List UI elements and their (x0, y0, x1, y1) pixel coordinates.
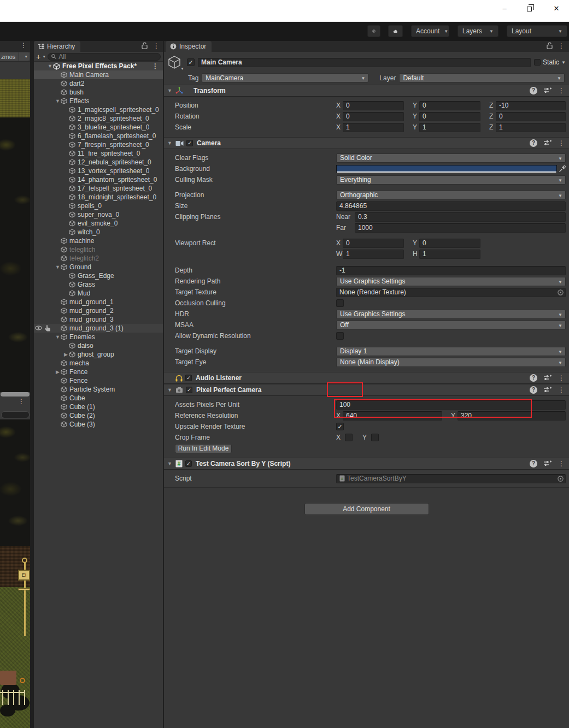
foldout-open-icon[interactable]: ▼ (167, 461, 173, 466)
scale-x-field[interactable]: 1 (343, 123, 404, 132)
tab-hierarchy[interactable]: Hierarchy (34, 41, 80, 52)
hierarchy-item-mud-ground-3[interactable]: mud_ground_3 (34, 315, 163, 324)
hierarchy-item-teleglitch2[interactable]: teleglitch2 (34, 254, 163, 263)
foldout-closed-icon[interactable]: ▶ (55, 369, 61, 375)
kebab-menu-icon[interactable]: ⋮ (20, 42, 27, 49)
eyedropper-icon[interactable] (559, 165, 566, 173)
kebab-menu-icon[interactable]: ⋮ (18, 398, 25, 405)
minimize-button[interactable]: – (496, 1, 513, 15)
hierarchy-item-teleglitch[interactable]: teleglitch (34, 245, 163, 254)
presets-icon[interactable] (544, 375, 552, 381)
occlusion-culling-checkbox[interactable] (336, 299, 344, 307)
panel-field[interactable] (1, 411, 30, 418)
layers-dropdown[interactable]: Layers▼ (457, 25, 498, 37)
dynamic-resolution-checkbox[interactable] (336, 332, 344, 340)
foldout-open-icon[interactable]: ▼ (55, 334, 61, 340)
hierarchy-item-witch-0[interactable]: witch_0 (34, 228, 163, 236)
viewport-y-field[interactable]: 0 (419, 239, 480, 248)
presets-icon[interactable] (544, 387, 552, 393)
crop-frame-x-checkbox[interactable] (345, 434, 353, 441)
search-input[interactable]: All (48, 53, 161, 61)
hierarchy-item-cube-2-[interactable]: Cube (2) (34, 411, 163, 420)
scene-dark-texture[interactable] (0, 419, 30, 546)
culling-mask-dropdown[interactable]: Everything▼ (336, 175, 566, 185)
presets-icon[interactable] (544, 460, 552, 467)
position-y-field[interactable]: 0 (419, 101, 480, 110)
depth-field[interactable]: -1 (336, 266, 566, 275)
help-icon[interactable]: ? (530, 374, 537, 382)
tab-inspector[interactable]: Inspector (166, 41, 212, 52)
hierarchy-item-2-magic8-spritesheet-0[interactable]: 2_magic8_spritesheet_0 (34, 114, 163, 123)
hierarchy-item-mud-ground-2[interactable]: mud_ground_2 (34, 306, 163, 315)
create-button[interactable]: + (36, 53, 40, 61)
hierarchy-item-dart2[interactable]: dart2 (34, 79, 163, 88)
hierarchy-item-bush[interactable]: bush (34, 88, 163, 97)
presets-icon[interactable] (544, 140, 552, 146)
scale-z-field[interactable]: 1 (496, 123, 566, 132)
msaa-dropdown[interactable]: Off▼ (336, 321, 566, 330)
camera-header[interactable]: ▼ ✓ Camera ? ⋮ (164, 137, 569, 149)
kebab-menu-icon[interactable]: ⋮ (153, 43, 160, 49)
tag-dropdown[interactable]: MainCamera▼ (202, 73, 368, 82)
horizontal-scrollbar[interactable] (1, 392, 30, 396)
size-field[interactable]: 4.864865 (336, 202, 566, 211)
foldout-open-icon[interactable]: ▼ (167, 387, 173, 393)
version-control-button[interactable] (367, 25, 380, 37)
foldout-open-icon[interactable]: ▼ (167, 88, 173, 93)
restore-button[interactable] (522, 1, 538, 15)
hierarchy-item-18-midnight-spritesheet-0[interactable]: 18_midnight_spritesheet_0 (34, 193, 163, 202)
rotation-x-field[interactable]: 0 (343, 112, 404, 121)
hdr-dropdown[interactable]: Use Graphics Settings▼ (336, 310, 566, 319)
projection-dropdown[interactable]: Orthographic▼ (336, 191, 566, 200)
hierarchy-item-grass-edge[interactable]: Grass_Edge (34, 271, 163, 280)
viewport-w-field[interactable]: 1 (343, 250, 404, 259)
hierarchy-item-13-vortex-spritesheet-0[interactable]: 13_vortex_spritesheet_0 (34, 167, 163, 175)
near-field[interactable]: 0.3 (355, 212, 566, 222)
layer-dropdown[interactable]: Default▼ (399, 73, 565, 82)
scene-dark-texture[interactable] (0, 117, 30, 392)
background-color-swatch[interactable] (336, 165, 557, 173)
hierarchy-item-cube-3-[interactable]: Cube (3) (34, 420, 163, 429)
foldout-open-icon[interactable]: ▼ (167, 140, 173, 146)
hierarchy-item-6-flamelash-spritesheet-0[interactable]: 6_flamelash_spritesheet_0 (34, 132, 163, 140)
gameobject-icon[interactable]: ▼ (167, 55, 184, 69)
component-enabled-checkbox[interactable]: ✓ (185, 460, 192, 467)
hierarchy-item-3-bluefire-spritesheet-0[interactable]: 3_bluefire_spritesheet_0 (34, 123, 163, 132)
pickability-hand-icon[interactable] (44, 324, 51, 332)
hierarchy-item-ground[interactable]: ▼Ground (34, 263, 163, 271)
static-checkbox[interactable] (534, 59, 541, 66)
rotation-y-field[interactable]: 0 (419, 112, 480, 121)
target-display-dropdown[interactable]: Display 1▼ (336, 347, 566, 356)
hierarchy-item-evil-smoke-0[interactable]: evil_smoke_0 (34, 219, 163, 228)
foldout-closed-icon[interactable]: ▶ (63, 352, 69, 357)
upscale-render-texture-checkbox[interactable]: ✓ (336, 423, 344, 430)
hierarchy-item-particle-system[interactable]: Particle System (34, 385, 163, 394)
foldout-open-icon[interactable]: ▼ (55, 98, 61, 104)
viewport-x-field[interactable]: 0 (343, 239, 404, 248)
kebab-menu-icon[interactable]: ⋮ (558, 87, 565, 94)
hierarchy-item-main-camera[interactable]: Main Camera (34, 70, 163, 79)
help-icon[interactable]: ? (530, 386, 537, 394)
pixel-perfect-camera-header[interactable]: ▼ ✓ Pixel Perfect Camera ? ⋮ (164, 384, 569, 396)
hierarchy-item-cube[interactable]: Cube (34, 394, 163, 403)
static-dropdown[interactable]: Static ▼ (534, 58, 566, 66)
transform-header[interactable]: ▼ Transform ? ⋮ (164, 85, 569, 97)
hierarchy-item-enemies[interactable]: ▼Enemies (34, 333, 163, 341)
hierarchy-item-mecha[interactable]: mecha (34, 359, 163, 368)
crop-frame-y-checkbox[interactable] (371, 434, 379, 441)
component-enabled-checkbox[interactable]: ✓ (185, 375, 192, 381)
hierarchy-item-grass[interactable]: Grass (34, 280, 163, 289)
hierarchy-item-1-magicspell-spritesheet-0[interactable]: 1_magicspell_spritesheet_0 (34, 105, 163, 114)
hierarchy-item-14-phantom-spritesheet-0[interactable]: 14_phantom_spritesheet_0 (34, 175, 163, 184)
active-checkbox[interactable]: ✓ (187, 58, 195, 66)
hierarchy-item-super-nova-0[interactable]: super_nova_0 (34, 210, 163, 219)
script-component-header[interactable]: ▼ # ✓ Test Camera Sort By Y (Script) ? ⋮ (164, 458, 569, 470)
presets-icon[interactable] (544, 87, 552, 94)
hierarchy-item-mud[interactable]: Mud (34, 289, 163, 298)
target-eye-dropdown[interactable]: None (Main Display)▼ (336, 358, 566, 367)
visibility-eye-icon[interactable] (35, 324, 42, 332)
kebab-menu-icon[interactable]: ⋮ (558, 140, 565, 146)
account-dropdown[interactable]: Account▼ (411, 25, 449, 37)
hierarchy-item-fence[interactable]: ▶Fence (34, 368, 163, 376)
hierarchy-item-mud-ground-3-1-[interactable]: mud_ground_3 (1) (34, 324, 163, 333)
